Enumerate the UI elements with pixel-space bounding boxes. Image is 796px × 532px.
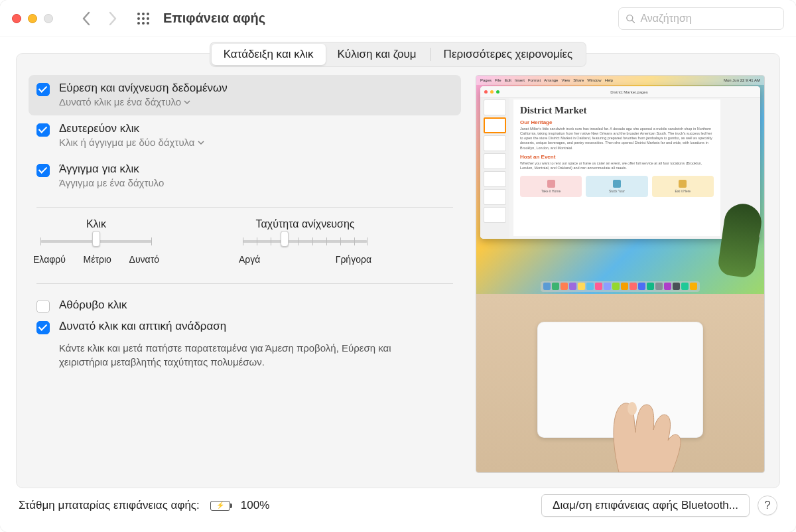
svg-point-4 <box>142 17 145 20</box>
show-all-icon[interactable] <box>130 5 157 32</box>
battery-value: 100% <box>241 499 269 512</box>
svg-point-3 <box>137 17 140 20</box>
option-lookup[interactable]: Εύρεση και ανίχνευση δεδομένων Δυνατό κλ… <box>29 75 461 115</box>
svg-point-11 <box>628 402 637 415</box>
battery-label: Στάθμη μπαταρίας επιφάνειας αφής: <box>19 499 200 512</box>
click-slider[interactable] <box>40 234 152 249</box>
option-silent-click[interactable]: Αθόρυβο κλικ <box>36 299 453 313</box>
traffic-lights <box>12 14 53 23</box>
checkbox-tap-click[interactable] <box>36 164 50 177</box>
option-lookup-label: Εύρεση και ανίχνευση δεδομένων <box>59 82 228 95</box>
forward-button[interactable] <box>100 5 126 32</box>
preview-app-window: District Market.pages <box>480 86 760 239</box>
preview-hand-icon <box>572 386 692 472</box>
option-lookup-sub[interactable]: Δυνατό κλικ με ένα δάχτυλο <box>59 96 228 107</box>
search-icon <box>626 13 635 24</box>
preview-menubar: PagesFileEditInsertFormatArrangeViewShar… <box>476 76 764 85</box>
click-label-firm: Δυνατό <box>129 254 159 265</box>
search-field[interactable] <box>618 7 784 30</box>
silent-click-label: Αθόρυβο κλικ <box>59 299 127 312</box>
chevron-down-icon <box>198 139 204 146</box>
click-slider-knob[interactable] <box>92 231 100 247</box>
options-column: Εύρεση και ανίχνευση δεδομένων Δυνατό κλ… <box>29 75 461 473</box>
battery-icon: ⚡ <box>210 501 230 511</box>
titlebar: Επιφάνεια αφής <box>0 0 796 37</box>
gesture-preview: PagesFileEditInsertFormatArrangeViewShar… <box>476 75 765 473</box>
tracking-label-slow: Αργά <box>239 254 260 265</box>
tracking-slider[interactable] <box>243 234 367 249</box>
svg-point-5 <box>147 17 149 20</box>
preview-desktop: PagesFileEditInsertFormatArrangeViewShar… <box>476 76 764 294</box>
help-button[interactable]: ? <box>758 496 777 515</box>
divider <box>36 207 453 208</box>
checkbox-silent-click[interactable] <box>36 300 50 313</box>
main-panel: Κατάδειξη και κλικ Κύλιση και ζουμ Περισ… <box>16 53 780 488</box>
footer: Στάθμη μπαταρίας επιφάνειας αφής: ⚡ 100%… <box>16 488 780 523</box>
click-label-light: Ελαφρύ <box>33 254 66 265</box>
close-button[interactable] <box>12 14 21 23</box>
tab-more-gestures[interactable]: Περισσότερες χειρονομίες <box>432 44 585 65</box>
tracking-slider-knob[interactable] <box>281 231 289 247</box>
checkbox-force-click[interactable] <box>36 321 50 334</box>
bluetooth-setup-button[interactable]: Διαμ/ση επιφάνειας αφής Bluetooth... <box>541 494 750 517</box>
tracking-label-fast: Γρήγορα <box>336 254 371 265</box>
checkbox-lookup[interactable] <box>36 83 50 96</box>
option-secondary-sub[interactable]: Κλικ ή άγγιγμα με δύο δάχτυλα <box>59 137 204 148</box>
content-area: Κατάδειξη και κλικ Κύλιση και ζουμ Περισ… <box>0 37 796 532</box>
svg-point-6 <box>137 22 140 25</box>
svg-point-1 <box>142 13 145 15</box>
divider <box>36 283 453 284</box>
click-slider-title: Κλικ <box>86 218 106 230</box>
option-tap-sub: Άγγιγμα με ένα δάχτυλο <box>59 177 164 188</box>
preview-column: PagesFileEditInsertFormatArrangeViewShar… <box>476 75 765 473</box>
click-slider-block: Κλικ Ελαφρύ Μέτ <box>36 218 156 265</box>
option-secondary-click[interactable]: Δευτερεύον κλικ Κλικ ή άγγιγμα με δύο δά… <box>29 115 461 156</box>
preview-dock <box>541 281 700 292</box>
option-secondary-label: Δευτερεύον κλικ <box>59 122 204 135</box>
force-click-label: Δυνατό κλικ και απτική ανάδραση <box>59 320 226 333</box>
back-button[interactable] <box>73 5 100 32</box>
page-title: Επιφάνεια αφής <box>163 11 265 26</box>
tracking-slider-title: Ταχύτητα ανίχνευσης <box>256 218 355 230</box>
option-tap-label: Άγγιγμα για κλικ <box>59 163 164 176</box>
search-input[interactable] <box>640 13 777 25</box>
force-click-desc: Κάντε κλικ και μετά πατήστε παρατεταμένα… <box>59 341 431 369</box>
svg-point-2 <box>147 13 149 15</box>
preview-doc-title: District Market <box>520 105 714 116</box>
click-label-medium: Μέτριο <box>84 254 111 265</box>
svg-point-8 <box>147 22 149 25</box>
tab-group: Κατάδειξη και κλικ Κύλιση και ζουμ Περισ… <box>210 42 587 67</box>
tab-scroll-zoom[interactable]: Κύλιση και ζουμ <box>326 44 429 65</box>
tab-point-click[interactable]: Κατάδειξη και κλικ <box>212 44 326 65</box>
svg-point-0 <box>137 13 140 15</box>
minimize-button[interactable] <box>28 14 37 23</box>
zoom-button <box>44 14 53 23</box>
checkbox-secondary-click[interactable] <box>36 123 50 137</box>
chevron-down-icon <box>184 99 190 105</box>
tracking-slider-block: Ταχύτητα ανίχνευσης <box>235 218 375 265</box>
option-tap-click[interactable]: Άγγιγμα για κλικ Άγγιγμα με ένα δάχτυλο <box>29 156 461 196</box>
preview-trackpad-area <box>476 294 764 472</box>
option-force-click[interactable]: Δυνατό κλικ και απτική ανάδραση <box>36 320 453 334</box>
svg-point-7 <box>142 22 145 25</box>
svg-line-10 <box>632 20 635 23</box>
